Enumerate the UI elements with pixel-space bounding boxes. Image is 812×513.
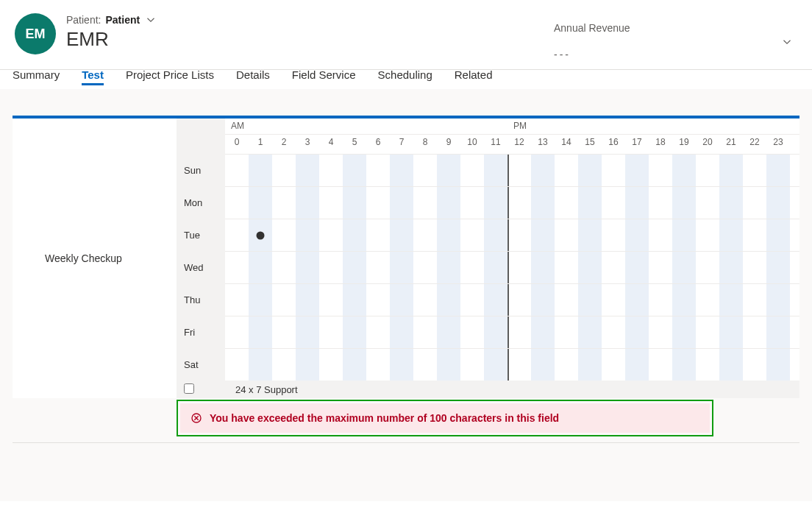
- schedule-cell[interactable]: [413, 284, 437, 316]
- support-checkbox[interactable]: [184, 383, 194, 394]
- schedule-cell[interactable]: [460, 349, 484, 381]
- schedule-cell[interactable]: [602, 155, 625, 186]
- schedule-cell[interactable]: [743, 155, 766, 186]
- schedule-cell[interactable]: [437, 316, 460, 348]
- schedule-cell[interactable]: [366, 155, 390, 186]
- schedule-cell[interactable]: [366, 252, 390, 283]
- schedule-cell[interactable]: [437, 252, 460, 283]
- schedule-cell[interactable]: [366, 187, 390, 219]
- schedule-cell[interactable]: [672, 349, 696, 381]
- schedule-cell[interactable]: [696, 252, 719, 283]
- schedule-cell[interactable]: [649, 219, 672, 251]
- schedule-cell[interactable]: [460, 155, 484, 186]
- schedule-cell[interactable]: [696, 316, 719, 348]
- schedule-cell[interactable]: [743, 316, 766, 348]
- schedule-cell[interactable]: [696, 187, 719, 219]
- schedule-cell[interactable]: [578, 187, 602, 219]
- schedule-cell[interactable]: [225, 252, 249, 283]
- tab-project-price-lists[interactable]: Project Price Lists: [126, 68, 214, 85]
- schedule-cell[interactable]: [437, 187, 460, 219]
- schedule-cell[interactable]: [649, 316, 672, 348]
- schedule-cell[interactable]: [319, 252, 343, 283]
- schedule-cell[interactable]: [272, 316, 296, 348]
- schedule-cell[interactable]: [578, 252, 602, 283]
- schedule-cell[interactable]: [413, 252, 437, 283]
- schedule-cell[interactable]: [578, 316, 602, 348]
- schedule-cell[interactable]: [743, 284, 766, 316]
- schedule-cell[interactable]: [602, 252, 625, 283]
- schedule-cell[interactable]: [508, 349, 531, 381]
- schedule-cell[interactable]: [366, 316, 390, 348]
- schedule-cell[interactable]: [696, 219, 719, 251]
- schedule-cell[interactable]: [366, 219, 390, 251]
- schedule-cell[interactable]: [296, 316, 319, 348]
- schedule-cell[interactable]: [531, 252, 555, 283]
- schedule-cell[interactable]: [343, 252, 366, 283]
- schedule-cell[interactable]: [649, 155, 672, 186]
- tab-scheduling[interactable]: Scheduling: [378, 68, 432, 85]
- schedule-cell[interactable]: [766, 284, 790, 316]
- schedule-cell[interactable]: [413, 349, 437, 381]
- schedule-cell[interactable]: [625, 187, 649, 219]
- schedule-cell[interactable]: [390, 316, 413, 348]
- chevron-down-icon[interactable]: [144, 13, 157, 26]
- schedule-cell[interactable]: [719, 252, 743, 283]
- schedule-cell[interactable]: [272, 284, 296, 316]
- schedule-cell[interactable]: [672, 284, 696, 316]
- schedule-cell[interactable]: [719, 187, 743, 219]
- schedule-cell[interactable]: [696, 155, 719, 186]
- schedule-cell[interactable]: [625, 155, 649, 186]
- schedule-cell[interactable]: [343, 349, 366, 381]
- schedule-cell[interactable]: [460, 219, 484, 251]
- patient-name[interactable]: Patient: [105, 14, 140, 26]
- schedule-cell[interactable]: [249, 187, 272, 219]
- schedule-cell[interactable]: [625, 252, 649, 283]
- schedule-cell[interactable]: [413, 155, 437, 186]
- schedule-cell[interactable]: [625, 316, 649, 348]
- schedule-cell[interactable]: [296, 284, 319, 316]
- schedule-cell[interactable]: [249, 155, 272, 186]
- schedule-cell[interactable]: [555, 219, 578, 251]
- schedule-cell[interactable]: [743, 349, 766, 381]
- schedule-cell[interactable]: [319, 187, 343, 219]
- schedule-cell[interactable]: [649, 187, 672, 219]
- schedule-cell[interactable]: [460, 316, 484, 348]
- schedule-cell[interactable]: [484, 349, 508, 381]
- schedule-cell[interactable]: [508, 187, 531, 219]
- schedule-cell[interactable]: [272, 252, 296, 283]
- schedule-cell[interactable]: [531, 155, 555, 186]
- schedule-cell[interactable]: [625, 284, 649, 316]
- schedule-cell[interactable]: [343, 316, 366, 348]
- schedule-cell[interactable]: [437, 349, 460, 381]
- schedule-cell[interactable]: [508, 284, 531, 316]
- schedule-cell[interactable]: [272, 349, 296, 381]
- schedule-cell[interactable]: [296, 219, 319, 251]
- schedule-cell[interactable]: [766, 252, 790, 283]
- expand-chevron-icon[interactable]: [780, 35, 794, 51]
- schedule-cell[interactable]: [625, 219, 649, 251]
- schedule-cell[interactable]: [319, 316, 343, 348]
- schedule-cell[interactable]: [390, 155, 413, 186]
- schedule-cell[interactable]: [343, 219, 366, 251]
- schedule-cell[interactable]: [484, 284, 508, 316]
- schedule-cell[interactable]: [413, 187, 437, 219]
- schedule-cell[interactable]: [672, 155, 696, 186]
- schedule-cell[interactable]: [390, 187, 413, 219]
- schedule-cell[interactable]: [602, 316, 625, 348]
- schedule-cell[interactable]: [696, 349, 719, 381]
- schedule-cell[interactable]: [555, 187, 578, 219]
- schedule-cell[interactable]: [225, 187, 249, 219]
- schedule-cell[interactable]: [672, 219, 696, 251]
- schedule-cell[interactable]: [413, 316, 437, 348]
- schedule-cell[interactable]: [508, 155, 531, 186]
- tab-details[interactable]: Details: [236, 68, 270, 85]
- schedule-cell[interactable]: [366, 349, 390, 381]
- schedule-cell[interactable]: [366, 284, 390, 316]
- schedule-cell[interactable]: [319, 219, 343, 251]
- schedule-cell[interactable]: [578, 349, 602, 381]
- schedule-cell[interactable]: [555, 316, 578, 348]
- schedule-cell[interactable]: [484, 252, 508, 283]
- schedule-cell[interactable]: [437, 284, 460, 316]
- tab-field-service[interactable]: Field Service: [292, 68, 356, 85]
- schedule-cell[interactable]: [719, 316, 743, 348]
